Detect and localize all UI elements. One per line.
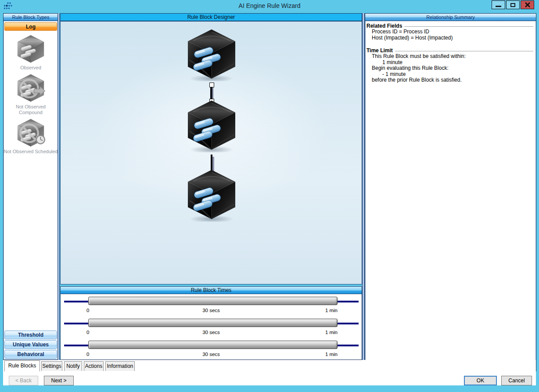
slider-max-label: 1 min [325,352,338,357]
rule-type-label: Not Observed Scheduled [4,149,58,155]
time-limit-row: 1 minute [367,60,533,66]
observed-cube-icon [16,35,46,64]
tab-rule-blocks[interactable]: Rule Blocks [4,360,40,371]
connector-bar[interactable] [210,87,213,99]
related-fields-title: Related Fields [367,23,402,29]
time-slider-1: 0 30 secs 1 min [61,294,362,316]
rule-type-label: Not Observed Compound [4,104,58,115]
rule-block-designer-canvas[interactable] [60,21,362,284]
time-limit-row: This Rule Block must be satisfied within… [367,54,533,60]
rule-type-not-observed-scheduled[interactable]: Not Observed Scheduled [4,119,58,155]
ai-engine-rule-wizard-window: AI Engine Rule Wizard Rule Block Types L… [0,0,539,392]
tab-information[interactable]: Information [105,361,135,371]
slider-mid-label: 30 secs [61,352,362,357]
slider-max-label: 1 min [325,330,338,335]
category-unique-values-button[interactable]: Unique Values [4,340,57,349]
tab-actions[interactable]: Actions [84,361,104,371]
rule-block-2-cube-icon[interactable] [185,99,238,152]
time-limit-row: Begin evaluating this Rule Block: [367,65,533,72]
rule-block-1-cube-icon[interactable] [185,28,238,81]
rule-type-not-observed-compound[interactable]: Not Observed Compound [4,74,58,115]
rule-block-3-cube-icon[interactable] [185,168,238,222]
rule-type-label: Observed [4,65,58,71]
tab-notify[interactable]: Notify [64,361,82,371]
close-button[interactable] [521,0,534,9]
connector-handle-top[interactable] [209,83,214,87]
not-observed-compound-icon [16,74,46,103]
time-limit-title: Time Limit [367,47,393,54]
back-button[interactable]: < Back [9,376,38,385]
rule-type-observed[interactable]: Observed [4,35,58,71]
maximize-icon [510,3,515,7]
cancel-button[interactable]: Cancel [501,376,532,385]
maximize-button[interactable] [506,0,520,9]
minimize-icon [496,6,501,7]
ok-button[interactable]: OK [464,376,497,385]
slider-range-bar[interactable] [88,297,338,305]
related-fields-group: Related Fields [367,23,533,29]
bottom-bar: Rule Blocks Settings Notify Actions Info… [3,360,536,385]
relationship-summary-panel: Relationship Summary Related Fields Proc… [365,13,536,371]
rule-block-types-panel: Rule Block Types Log Observed Not Observ… [3,13,58,360]
slider-range-bar[interactable] [88,341,338,349]
time-limit-row: - 1 minute [367,72,533,78]
category-threshold-button[interactable]: Threshold [4,331,57,339]
minimize-button[interactable] [492,0,505,9]
time-limit-row: before the prior Rule Block is satisfied… [367,77,533,83]
next-button[interactable]: Next > [44,376,74,385]
time-limit-group: Time Limit [367,47,533,54]
related-field-row: Process ID = Process ID [367,29,533,35]
not-observed-scheduled-icon [16,119,46,147]
category-behavioral-button[interactable]: Behavioral [4,350,57,359]
slider-mid-label: 30 secs [61,330,362,335]
slider-max-label: 1 min [325,308,338,313]
left-panel-splitter[interactable] [57,13,60,360]
rule-block-times-panel: Rule Block Times 0 30 secs 1 min 0 30 se… [60,286,362,360]
relationship-summary-header: Relationship Summary [365,14,536,21]
time-slider-2: 0 30 secs 1 min [61,316,362,338]
slider-range-bar[interactable] [88,319,338,327]
title-bar: AI Engine Rule Wizard [0,0,539,12]
time-slider-3: 0 30 secs 1 min [61,338,362,360]
tab-settings[interactable]: Settings [41,361,62,371]
related-field-row: Host (Impacted) = Host (Impacted) [367,35,533,41]
window-title: AI Engine Rule Wizard [0,0,539,12]
rule-block-times-header: Rule Block Times [60,286,362,294]
slider-mid-label: 30 secs [61,308,362,313]
rule-block-designer-header: Rule Block Designer [60,13,362,21]
log-category-button[interactable]: Log [4,22,57,31]
rule-block-types-header: Rule Block Types [4,14,58,21]
